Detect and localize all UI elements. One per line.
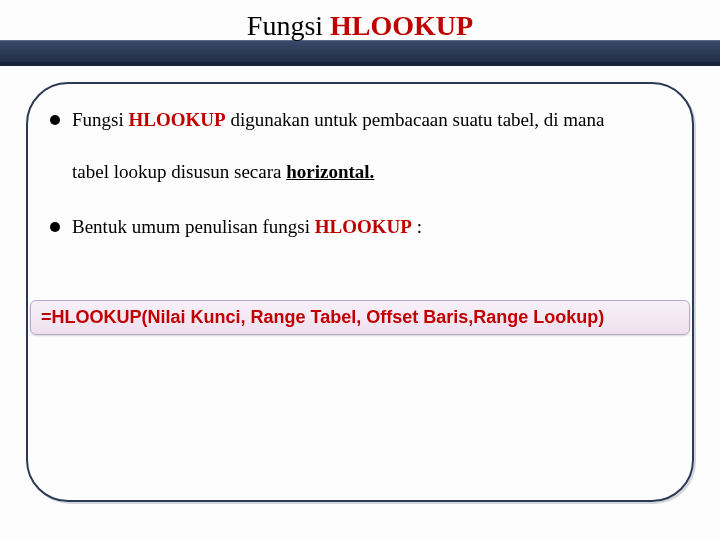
text-bold: HLOOKUP (129, 109, 226, 130)
bullet-item: Bentuk umum penulisan fungsi HLOOKUP : (50, 213, 670, 241)
text-underline: horizontal. (286, 161, 374, 182)
formula-text: =HLOOKUP(Nilai Kunci, Range Tabel, Offse… (41, 307, 604, 327)
title-prefix: Fungsi (247, 10, 330, 41)
title-bar (0, 40, 720, 66)
bullet-text: Fungsi HLOOKUP digunakan untuk pembacaan… (72, 106, 604, 134)
bullet-item: Fungsi HLOOKUP digunakan untuk pembacaan… (50, 106, 670, 134)
content-area: Fungsi HLOOKUP digunakan untuk pembacaan… (50, 106, 670, 247)
text-segment: tabel lookup disusun secara (72, 161, 286, 182)
bullet-continuation: tabel lookup disusun secara horizontal. (72, 158, 670, 186)
title-highlight: HLOOKUP (330, 10, 473, 41)
bullet-text: Bentuk umum penulisan fungsi HLOOKUP : (72, 213, 422, 241)
bullet-icon (50, 115, 60, 125)
slide-title: Fungsi HLOOKUP (0, 10, 720, 42)
bullet-icon (50, 222, 60, 232)
text-bold: HLOOKUP (315, 216, 412, 237)
text-segment: Bentuk umum penulisan fungsi (72, 216, 315, 237)
text-segment: : (412, 216, 422, 237)
slide: Fungsi HLOOKUP Fungsi HLOOKUP digunakan … (0, 0, 720, 540)
text-segment: digunakan untuk pembacaan suatu tabel, d… (226, 109, 605, 130)
formula-box: =HLOOKUP(Nilai Kunci, Range Tabel, Offse… (30, 300, 690, 335)
text-segment: Fungsi (72, 109, 129, 130)
